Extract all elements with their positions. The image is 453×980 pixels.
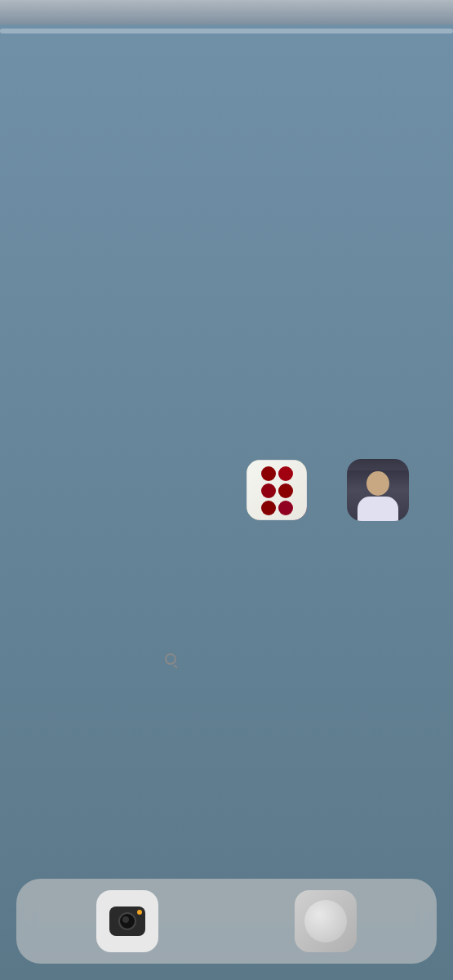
- app-icon-facetime[interactable]: [246, 459, 308, 521]
- app-item-phone[interactable]: phone: [131, 459, 221, 537]
- app-icon-whatsapp[interactable]: [347, 459, 409, 521]
- camera-dot: [137, 910, 142, 915]
- camera-body: [109, 906, 145, 936]
- home-screen: Widgetsmith JULY S M T W T F S: [0, 33, 453, 694]
- app-icon-phone[interactable]: [145, 459, 207, 521]
- apps-row-1: messages phone: [16, 459, 437, 537]
- dock-icon-home[interactable]: [295, 890, 357, 952]
- camera-lens: [118, 912, 136, 930]
- dock-icon-camera[interactable]: [96, 890, 158, 952]
- dock: [16, 879, 437, 964]
- search-icon: [165, 653, 176, 665]
- home-button: [304, 900, 347, 942]
